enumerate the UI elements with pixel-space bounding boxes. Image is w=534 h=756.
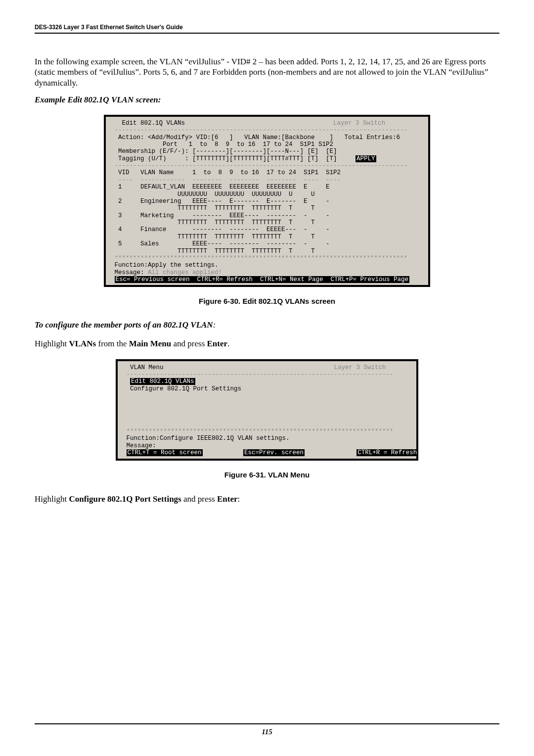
example-heading-1: Example Edit 802.1Q VLAN screen: [35,95,499,105]
terminal-2: VLAN Menu Layer 3 Switch ---------------… [116,359,418,461]
page-footer: 115 [35,719,499,736]
highlight-config-text: Highlight Configure 802.1Q Port Settings… [35,494,499,504]
config-heading: To configure the member ports of an 802.… [35,320,499,330]
figure-caption-2: Figure 6-31. VLAN Menu [35,471,499,479]
header-title: DES-3326 Layer 3 Fast Ethernet Switch Us… [35,24,499,31]
intro-paragraph: In the following example screen, the VLA… [35,56,499,88]
header-rule [35,33,499,34]
terminal-1: Edit 802.1Q VLANs Layer 3 Switch -------… [104,115,430,287]
highlight-vlans-text: Highlight VLANs from the Main Menu and p… [35,338,499,349]
page-number: 115 [35,728,499,736]
figure-caption-1: Figure 6-30. Edit 802.1Q VLANs screen [35,297,499,305]
